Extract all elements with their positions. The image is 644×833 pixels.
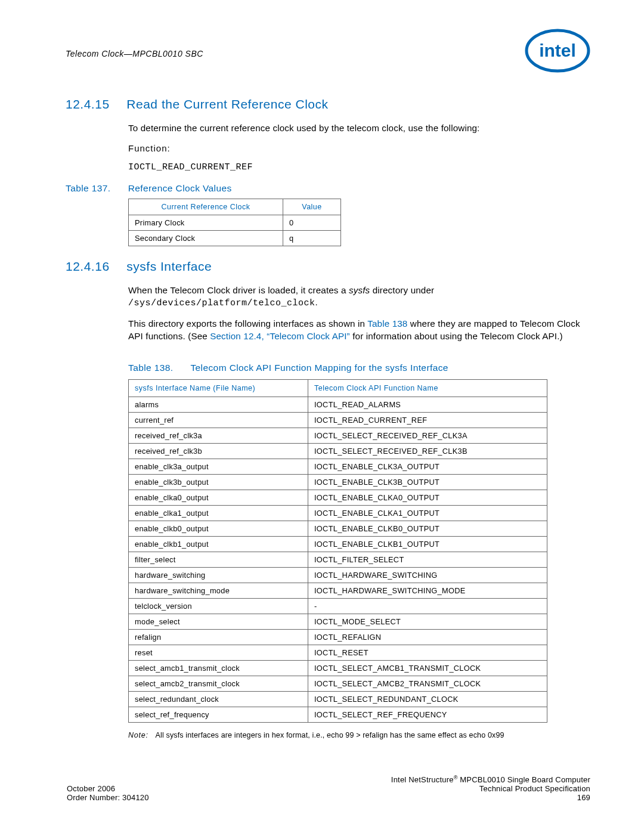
table-cell: refalign — [129, 630, 308, 645]
function-code: IOCTL_READ_CURRENT_REF — [128, 162, 590, 172]
table-row: select_amcb1_transmit_clockIOCTL_SELECT_… — [129, 661, 547, 676]
table-row: mode_selectIOCTL_MODE_SELECT — [129, 614, 547, 630]
table-row: filter_selectIOCTL_FILTER_SELECT — [129, 552, 547, 568]
table-row: enable_clkb1_outputIOCTL_ENABLE_CLKB1_OU… — [129, 537, 547, 552]
doc-title: Telecom Clock—MPCBL0010 SBC — [66, 49, 203, 58]
section-16-para1: When the Telecom Clock driver is loaded,… — [128, 284, 590, 310]
footer-right: Intel NetStructure® MPCBL0010 Single Boa… — [391, 775, 590, 802]
section-12-4-16-heading: 12.4.16 sysfs Interface — [66, 259, 590, 274]
svg-text:intel: intel — [539, 41, 576, 60]
text-run: for information about using the Telecom … — [350, 331, 563, 341]
table-cell: IOCTL_FILTER_SELECT — [308, 552, 547, 568]
link-table138[interactable]: Table 138 — [367, 318, 407, 329]
text-run: . — [315, 297, 318, 307]
table-row: refalignIOCTL_REFALIGN — [129, 630, 547, 645]
table-cell: IOCTL_ENABLE_CLK3B_OUTPUT — [308, 475, 547, 490]
footer-order-number: Order Number: 304120 — [67, 793, 149, 802]
table-row: enable_clka1_outputIOCTL_ENABLE_CLKA1_OU… — [129, 506, 547, 521]
table-header-cell: Telecom Clock API Function Name — [308, 380, 547, 397]
table-cell: hardware_switching — [129, 568, 308, 583]
table-caption-title: Reference Clock Values — [128, 183, 232, 193]
table-header-row: Current Reference Clock Value — [129, 199, 341, 215]
text-run: directory under — [370, 285, 434, 295]
footer-left: October 2006 Order Number: 304120 — [67, 784, 149, 802]
table-row: select_amcb2_transmit_clockIOCTL_SELECT_… — [129, 676, 547, 692]
table-header-cell: Current Reference Clock — [129, 199, 283, 215]
table-caption-number: Table 137. — [66, 183, 125, 194]
registered-mark-icon: ® — [454, 775, 458, 781]
table-cell: received_ref_clk3b — [129, 444, 308, 459]
table-cell: hardware_switching_mode — [129, 583, 308, 599]
table-137-caption: Table 137. Reference Clock Values — [66, 183, 590, 194]
table-cell: IOCTL_ENABLE_CLKB0_OUTPUT — [308, 521, 547, 537]
table-cell: IOCTL_SELECT_REDUNDANT_CLOCK — [308, 692, 547, 707]
table-cell: IOCTL_HARDWARE_SWITCHING_MODE — [308, 583, 547, 599]
section-title: Read the Current Reference Clock — [126, 97, 328, 111]
table-cell: 0 — [283, 215, 341, 230]
table-cell: telclock_version — [129, 599, 308, 614]
table-cell: enable_clk3b_output — [129, 475, 308, 490]
table-row: current_refIOCTL_READ_CURRENT_REF — [129, 413, 547, 428]
table-cell: Primary Clock — [129, 215, 283, 230]
note: Note: All sysfs interfaces are integers … — [128, 731, 590, 739]
text-path: /sys/devices/platform/telco_clock — [128, 298, 315, 308]
table-header-cell: sysfs Interface Name (File Name) — [129, 380, 308, 397]
section-12-4-15-heading: 12.4.15 Read the Current Reference Clock — [66, 97, 590, 112]
page-footer: October 2006 Order Number: 304120 Intel … — [67, 775, 590, 802]
table-row: enable_clka0_outputIOCTL_ENABLE_CLKA0_OU… — [129, 490, 547, 506]
table-cell: enable_clkb0_output — [129, 521, 308, 537]
table-cell: received_ref_clk3a — [129, 428, 308, 444]
table-cell: select_amcb1_transmit_clock — [129, 661, 308, 676]
table-cell: IOCTL_MODE_SELECT — [308, 614, 547, 630]
table-row: enable_clk3b_outputIOCTL_ENABLE_CLK3B_OU… — [129, 475, 547, 490]
section-number: 12.4.16 — [66, 259, 123, 274]
table-cell: IOCTL_READ_CURRENT_REF — [308, 413, 547, 428]
table-cell: IOCTL_SELECT_AMCB1_TRANSMIT_CLOCK — [308, 661, 547, 676]
table-cell: select_ref_frequency — [129, 707, 308, 723]
footer-page-number: 169 — [391, 793, 590, 802]
table-cell: reset — [129, 645, 308, 661]
table-row: Primary Clock0 — [129, 215, 341, 230]
table-cell: mode_select — [129, 614, 308, 630]
footer-product-name: Intel NetStructure® MPCBL0010 Single Boa… — [391, 775, 590, 784]
table-138-caption: Table 138. Telecom Clock API Function Ma… — [128, 363, 590, 373]
table-cell: IOCTL_REFALIGN — [308, 630, 547, 645]
note-text: All sysfs interfaces are integers in hex… — [156, 731, 504, 739]
table-138: sysfs Interface Name (File Name) Telecom… — [128, 379, 547, 723]
table-cell: IOCTL_RESET — [308, 645, 547, 661]
table-row: enable_clk3a_outputIOCTL_ENABLE_CLK3A_OU… — [129, 459, 547, 475]
footer-date: October 2006 — [67, 784, 149, 793]
table-row: received_ref_clk3aIOCTL_SELECT_RECEIVED_… — [129, 428, 547, 444]
footer-spec-type: Technical Product Specification — [391, 784, 590, 793]
table-cell: IOCTL_SELECT_REF_FREQUENCY — [308, 707, 547, 723]
table-header-cell: Value — [283, 199, 341, 215]
function-label: Function: — [128, 143, 590, 153]
table-cell: IOCTL_SELECT_AMCB2_TRANSMIT_CLOCK — [308, 676, 547, 692]
table-cell: IOCTL_SELECT_RECEIVED_REF_CLK3B — [308, 444, 547, 459]
link-section-12-4[interactable]: Section 12.4, “Telecom Clock API” — [210, 331, 350, 341]
table-row: hardware_switching_modeIOCTL_HARDWARE_SW… — [129, 583, 547, 599]
table-row: Secondary Clockq — [129, 230, 341, 246]
table-cell: select_redundant_clock — [129, 692, 308, 707]
table-header-row: sysfs Interface Name (File Name) Telecom… — [129, 380, 547, 397]
table-cell: IOCTL_ENABLE_CLKA0_OUTPUT — [308, 490, 547, 506]
table-row: alarmsIOCTL_READ_ALARMS — [129, 397, 547, 413]
table-cell: IOCTL_ENABLE_CLKB1_OUTPUT — [308, 537, 547, 552]
table-cell: IOCTL_ENABLE_CLK3A_OUTPUT — [308, 459, 547, 475]
table-caption-number: Table 138. — [128, 363, 188, 373]
intel-logo-icon: intel — [525, 29, 590, 73]
table-row: select_redundant_clockIOCTL_SELECT_REDUN… — [129, 692, 547, 707]
table-row: resetIOCTL_RESET — [129, 645, 547, 661]
table-cell: Secondary Clock — [129, 230, 283, 246]
table-cell: select_amcb2_transmit_clock — [129, 676, 308, 692]
text-emphasis: sysfs — [349, 285, 370, 295]
table-cell: IOCTL_ENABLE_CLKA1_OUTPUT — [308, 506, 547, 521]
section-title: sysfs Interface — [126, 259, 212, 273]
table-cell: current_ref — [129, 413, 308, 428]
note-label: Note: — [128, 731, 148, 739]
table-cell: enable_clkb1_output — [129, 537, 308, 552]
table-row: select_ref_frequencyIOCTL_SELECT_REF_FRE… — [129, 707, 547, 723]
table-cell: q — [283, 230, 341, 246]
table-cell: alarms — [129, 397, 308, 413]
page-header: Telecom Clock—MPCBL0010 SBC intel — [66, 29, 590, 73]
